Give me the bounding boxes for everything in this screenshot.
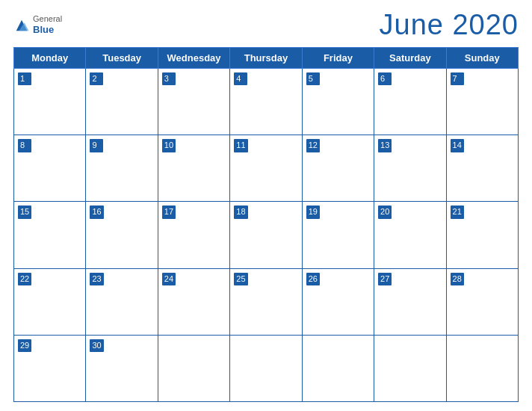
day-number: 13: [378, 139, 392, 152]
calendar-cell: 17: [158, 202, 229, 268]
calendar-cell: [446, 335, 518, 401]
calendar-table: Monday Tuesday Wednesday Thursday Friday…: [13, 47, 519, 402]
month-title: June 2020: [380, 9, 519, 41]
day-number: 15: [18, 206, 31, 218]
day-number: 12: [306, 139, 320, 152]
logo-text: General Blue: [33, 14, 62, 36]
day-number: 9: [90, 139, 103, 152]
day-number: 10: [162, 139, 176, 152]
calendar-cell: 24: [158, 268, 229, 335]
calendar-cell: [158, 335, 229, 401]
day-number: 16: [90, 206, 103, 218]
calendar-cell: 9: [86, 135, 158, 202]
calendar-cell: 2: [86, 69, 158, 135]
calendar-cell: 28: [446, 268, 518, 335]
calendar-cell: 23: [86, 268, 158, 335]
calendar-cell: 10: [158, 135, 229, 202]
calendar-cell: 29: [14, 335, 86, 401]
calendar-cell: 12: [302, 135, 374, 202]
day-number: 11: [234, 139, 247, 152]
calendar-cell: 4: [230, 69, 302, 135]
col-saturday: Saturday: [374, 48, 446, 69]
logo: General Blue: [13, 14, 62, 36]
day-number: 18: [234, 206, 247, 218]
calendar-cell: [302, 335, 374, 401]
col-thursday: Thursday: [230, 48, 302, 69]
calendar-cell: 19: [302, 202, 374, 268]
day-number: 19: [306, 206, 320, 218]
calendar-cell: 7: [446, 69, 518, 135]
calendar-week-2: 891011121314: [14, 135, 519, 202]
calendar-cell: [230, 335, 302, 401]
col-tuesday: Tuesday: [86, 48, 158, 69]
day-number: 5: [306, 72, 320, 85]
day-number: 26: [306, 273, 320, 285]
calendar-cell: 22: [14, 268, 86, 335]
calendar-cell: 11: [230, 135, 302, 202]
day-number: 25: [234, 273, 247, 285]
day-number: 27: [378, 273, 392, 285]
calendar-cell: 27: [374, 268, 446, 335]
calendar-cell: 21: [446, 202, 518, 268]
calendar-cell: 13: [374, 135, 446, 202]
day-number: 20: [378, 206, 392, 218]
day-number: 30: [90, 339, 103, 352]
header: General Blue June 2020: [13, 9, 519, 41]
day-number: 21: [451, 206, 464, 218]
calendar-cell: 1: [14, 69, 86, 135]
calendar-page: General Blue June 2020 Monday Tuesday We…: [0, 0, 532, 411]
calendar-cell: 14: [446, 135, 518, 202]
logo-blue: Blue: [33, 24, 62, 36]
day-number: 29: [18, 339, 31, 352]
calendar-body: 1234567891011121314151617181920212223242…: [14, 69, 519, 402]
calendar-week-5: 2930: [14, 335, 519, 401]
calendar-cell: 16: [86, 202, 158, 268]
calendar-cell: 26: [302, 268, 374, 335]
calendar-cell: 30: [86, 335, 158, 401]
calendar-cell: 18: [230, 202, 302, 268]
calendar-week-4: 22232425262728: [14, 268, 519, 335]
day-number: 1: [18, 72, 31, 85]
col-sunday: Sunday: [446, 48, 518, 69]
col-friday: Friday: [302, 48, 374, 69]
col-wednesday: Wednesday: [158, 48, 229, 69]
day-number: 14: [451, 139, 464, 152]
col-monday: Monday: [14, 48, 86, 69]
weekday-row: Monday Tuesday Wednesday Thursday Friday…: [14, 48, 519, 69]
day-number: 2: [90, 72, 103, 85]
day-number: 23: [90, 273, 103, 285]
calendar-cell: 8: [14, 135, 86, 202]
calendar-cell: [374, 335, 446, 401]
day-number: 17: [162, 206, 176, 218]
day-number: 24: [162, 273, 176, 285]
calendar-cell: 5: [302, 69, 374, 135]
day-number: 3: [162, 72, 176, 85]
day-number: 22: [18, 273, 31, 285]
calendar-cell: 3: [158, 69, 229, 135]
day-number: 4: [234, 72, 247, 85]
calendar-cell: 20: [374, 202, 446, 268]
day-number: 28: [451, 273, 464, 285]
calendar-week-1: 1234567: [14, 69, 519, 135]
day-number: 8: [18, 139, 31, 152]
logo-icon: [13, 17, 30, 34]
calendar-cell: 6: [374, 69, 446, 135]
day-number: 7: [451, 72, 464, 85]
calendar-cell: 15: [14, 202, 86, 268]
calendar-header: Monday Tuesday Wednesday Thursday Friday…: [14, 48, 519, 69]
calendar-week-3: 15161718192021: [14, 202, 519, 268]
logo-general: General: [33, 14, 62, 24]
calendar-cell: 25: [230, 268, 302, 335]
day-number: 6: [378, 72, 392, 85]
